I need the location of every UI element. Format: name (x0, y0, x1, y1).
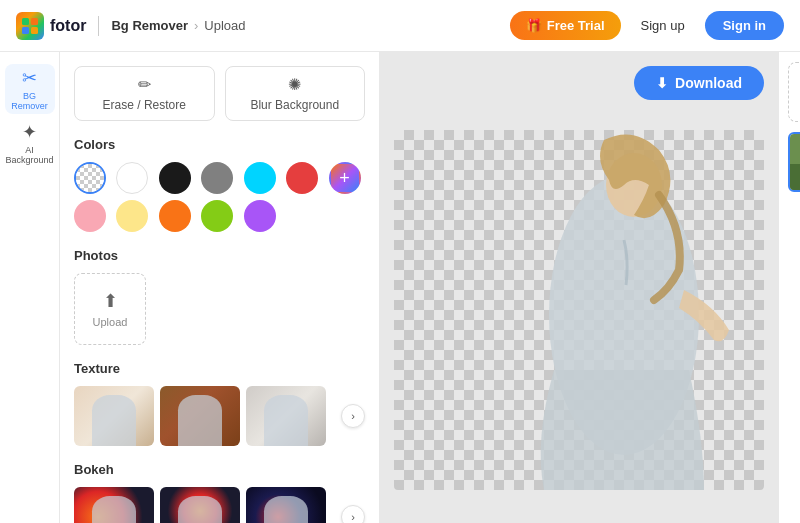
bokeh-title: Bokeh (74, 462, 365, 477)
blur-background-button[interactable]: ✺ Blur Background (225, 66, 366, 121)
free-trial-label: Free Trial (547, 18, 605, 33)
blur-background-label: Blur Background (250, 98, 339, 112)
bokeh-section: Bokeh (74, 462, 365, 523)
woman-figure (394, 130, 764, 490)
download-label: Download (675, 75, 742, 91)
thumbnail-preview[interactable] (788, 132, 801, 192)
bokeh-thumb-2[interactable] (160, 487, 240, 523)
main: ✂ BGRemover ✦ AIBackground ✏ Erase / Res… (0, 52, 800, 523)
sidebar-item-ai-background[interactable]: ✦ AIBackground (5, 118, 55, 168)
bokeh-thumb-1[interactable] (74, 487, 154, 523)
breadcrumb-app: Bg Remover (111, 18, 188, 33)
texture-items (74, 386, 335, 446)
gift-icon: 🎁 (526, 18, 542, 33)
erase-restore-label: Erase / Restore (103, 98, 186, 112)
add-color-button[interactable]: + (329, 162, 361, 194)
blur-icon: ✺ (288, 75, 301, 94)
signup-button[interactable]: Sign up (633, 11, 693, 40)
svg-rect-3 (31, 27, 38, 34)
color-swatch-pink[interactable] (74, 200, 106, 232)
color-swatch-cyan[interactable] (244, 162, 276, 194)
color-swatch-yellow[interactable] (116, 200, 148, 232)
logo-text: fotor (50, 17, 86, 35)
tool-sidebar: ✂ BGRemover ✦ AIBackground (0, 52, 60, 523)
breadcrumb: Bg Remover › Upload (111, 18, 245, 33)
color-swatch-black[interactable] (159, 162, 191, 194)
canvas-toolbar: ⬇ Download (394, 66, 764, 100)
bokeh-scroll-row: › (74, 487, 365, 523)
color-swatch-olive[interactable] (201, 200, 233, 232)
bokeh-thumb-3[interactable] (246, 487, 326, 523)
svg-rect-7 (790, 164, 801, 192)
bokeh-next-button[interactable]: › (341, 505, 365, 523)
options-panel: ✏ Erase / Restore ✺ Blur Background Colo… (60, 52, 380, 523)
ai-background-label: AIBackground (5, 146, 53, 166)
canvas-area: ⬇ Download (380, 52, 778, 523)
colors-title: Colors (74, 137, 365, 152)
brush-icon: ✏ (138, 75, 151, 94)
texture-scroll-row: › (74, 386, 365, 446)
texture-thumb-1[interactable] (74, 386, 154, 446)
texture-thumb-3[interactable] (246, 386, 326, 446)
photos-section: Photos ⬆ Upload (74, 248, 365, 345)
color-swatch-red[interactable] (286, 162, 318, 194)
bokeh-items (74, 487, 335, 523)
upload-label: Upload (93, 316, 128, 328)
svg-rect-2 (22, 27, 29, 34)
download-icon: ⬇ (656, 75, 668, 91)
svg-rect-0 (22, 18, 29, 25)
right-panel: + UploadImage (778, 52, 800, 523)
erase-restore-button[interactable]: ✏ Erase / Restore (74, 66, 215, 121)
color-swatch-transparent[interactable] (74, 162, 106, 194)
breadcrumb-upload: Upload (204, 18, 245, 33)
logo: fotor (16, 12, 86, 40)
thumbnail-image (790, 134, 801, 192)
texture-title: Texture (74, 361, 365, 376)
signin-button[interactable]: Sign in (705, 11, 784, 40)
upload-icon: ⬆ (103, 290, 118, 312)
free-trial-button[interactable]: 🎁 Free Trial (510, 11, 621, 40)
header-divider (98, 16, 99, 36)
color-swatch-purple[interactable] (244, 200, 276, 232)
colors-grid: + (74, 162, 365, 232)
color-swatch-gray[interactable] (201, 162, 233, 194)
ai-icon: ✦ (22, 121, 37, 143)
tool-buttons: ✏ Erase / Restore ✺ Blur Background (74, 66, 365, 121)
sidebar-item-bg-remover[interactable]: ✂ BGRemover (5, 64, 55, 114)
photo-upload-button[interactable]: ⬆ Upload (74, 273, 146, 345)
color-swatch-white[interactable] (116, 162, 148, 194)
color-swatch-orange[interactable] (159, 200, 191, 232)
upload-image-button[interactable]: + UploadImage (788, 62, 801, 122)
canvas-background (394, 130, 764, 490)
download-button[interactable]: ⬇ Download (634, 66, 764, 100)
scissors-icon: ✂ (22, 67, 37, 89)
header: fotor Bg Remover › Upload 🎁 Free Trial S… (0, 0, 800, 52)
texture-thumb-2[interactable] (160, 386, 240, 446)
breadcrumb-sep: › (194, 18, 198, 33)
svg-rect-1 (31, 18, 38, 25)
canvas-wrapper (394, 110, 764, 509)
texture-section: Texture (74, 361, 365, 446)
bg-remover-label: BGRemover (11, 92, 48, 112)
texture-next-button[interactable]: › (341, 404, 365, 428)
logo-icon (16, 12, 44, 40)
photos-title: Photos (74, 248, 365, 263)
